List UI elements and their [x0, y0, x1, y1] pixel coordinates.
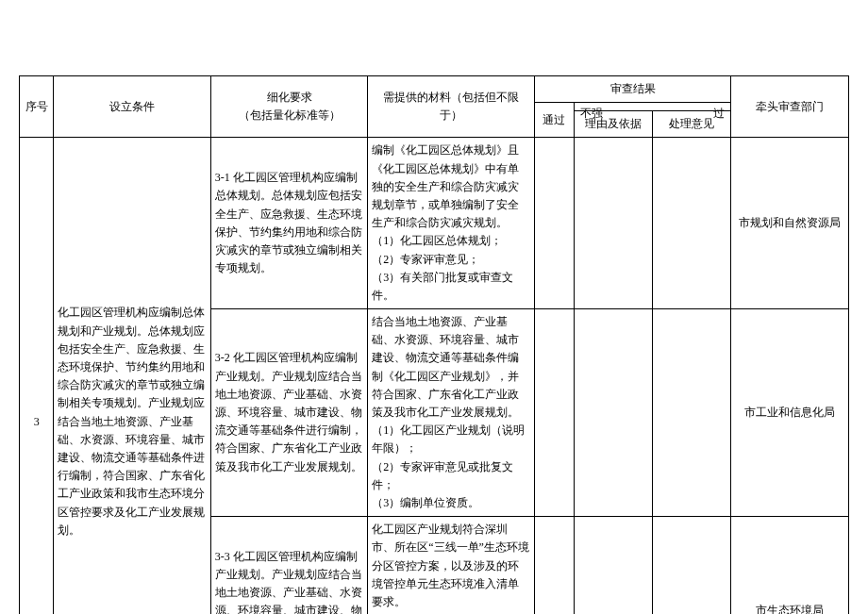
- review-table: 序号 设立条件 细化要求 （包括量化标准等） 需提供的材料（包括但不限于） 审查…: [19, 75, 849, 614]
- cell-pass: [535, 517, 575, 614]
- cell-action: [652, 138, 730, 309]
- cell-reason: [574, 517, 652, 614]
- cell-pass: [535, 138, 575, 309]
- hdr-guo-label: 过: [713, 105, 725, 123]
- cell-detail: 3-3 化工园区管理机构应编制产业规划。产业规划应结合当地土地资源、产业基础、水…: [210, 517, 367, 614]
- cell-condition: 化工园区管理机构应编制总体规划和产业规划。总体规划应包括安全生产、应急救援、生态…: [54, 138, 210, 614]
- cell-materials: 结合当地土地资源、产业基础、水资源、环境容量、城市建设、物流交通等基础条件编制《…: [368, 309, 535, 517]
- cell-materials: 化工园区产业规划符合深圳市、所在区“三线一单”生态环境分区管控方案，以及涉及的环…: [368, 517, 535, 614]
- cell-dept: 市生态环境局: [731, 517, 849, 614]
- hdr-materials: 需提供的材料（包括但不限于）: [368, 76, 535, 138]
- cell-detail: 3-1 化工园区管理机构应编制总体规划。总体规划应包括安全生产、应急救援、生态环…: [210, 138, 367, 309]
- cell-reason: [574, 309, 652, 517]
- hdr-lead-dept: 牵头审查部门: [731, 76, 849, 138]
- cell-detail: 3-2 化工园区管理机构应编制产业规划。产业规划应结合当地土地资源、产业基础、水…: [210, 309, 367, 517]
- cell-dept: 市规划和自然资源局: [731, 138, 849, 309]
- cell-action: [652, 309, 730, 517]
- hdr-not-strong-guo: 不强 过: [574, 103, 730, 111]
- hdr-review-result: 审查结果: [535, 76, 731, 103]
- hdr-condition: 设立条件: [54, 76, 210, 138]
- cell-dept: 市工业和信息化局: [731, 309, 849, 517]
- hdr-seq: 序号: [20, 76, 54, 138]
- hdr-detail: 细化要求 （包括量化标准等）: [210, 76, 367, 138]
- cell-materials: 编制《化工园区总体规划》且《化工园区总体规划》中有单独的安全生产和综合防灾减灾规…: [368, 138, 535, 309]
- cell-seq: 3: [20, 138, 54, 614]
- cell-pass: [535, 309, 575, 517]
- hdr-notstrong-label: 不强: [580, 105, 603, 123]
- cell-reason: [574, 138, 652, 309]
- cell-action: [652, 517, 730, 614]
- table-row: 3 化工园区管理机构应编制总体规划和产业规划。总体规划应包括安全生产、应急救援、…: [20, 138, 849, 309]
- hdr-pass: 通过: [535, 103, 575, 138]
